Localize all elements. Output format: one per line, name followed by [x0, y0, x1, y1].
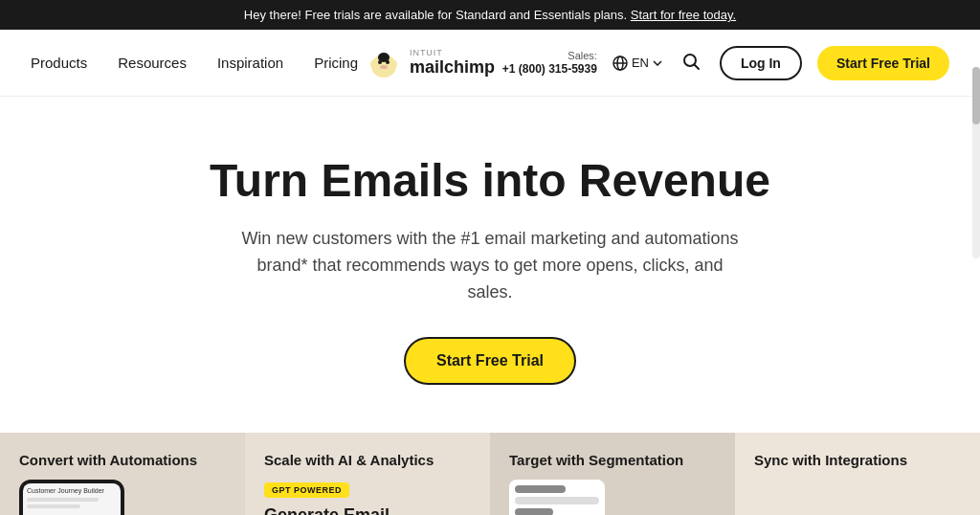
gpt-badge: GPT POWERED [264, 482, 349, 498]
svg-line-13 [694, 65, 699, 70]
start-free-trial-hero-button[interactable]: Start Free Trial [404, 337, 576, 385]
feature-card-integrations-title: Sync with Integrations [754, 452, 961, 468]
seg-row-2 [515, 497, 599, 504]
main-nav: Products Resources Inspiration Pricing I… [0, 30, 980, 97]
logo-area[interactable]: INTUIT mailchimp [366, 45, 495, 81]
language-selector[interactable]: EN [612, 56, 662, 71]
search-icon [681, 52, 701, 71]
phone-screen: Customer Journey Builder [23, 483, 121, 515]
nav-pricing[interactable]: Pricing [314, 55, 358, 71]
seg-row-1 [515, 485, 566, 493]
logo-text: INTUIT mailchimp [410, 49, 495, 78]
feature-cards-row: Convert with Automations Customer Journe… [0, 433, 980, 515]
sales-phone: +1 (800) 315-5939 [502, 62, 597, 78]
seg-row-3 [515, 508, 553, 515]
phone-screen-label: Customer Journey Builder [27, 487, 104, 494]
nav-inspiration[interactable]: Inspiration [217, 55, 283, 71]
chimp-icon [366, 45, 402, 81]
feature-card-ai-title: Scale with AI & Analytics [264, 452, 471, 468]
nav-right: Sales: +1 (800) 315-5939 EN Log In Start… [502, 46, 949, 80]
hero-section: Turn Emails into Revenue Win new custome… [0, 97, 980, 433]
sales-label: Sales: [502, 49, 597, 62]
svg-rect-8 [381, 55, 387, 60]
nav-links: Products Resources Inspiration Pricing [31, 55, 358, 71]
globe-icon [612, 56, 628, 71]
feature-card-automations-title: Convert with Automations [19, 452, 226, 468]
hero-headline: Turn Emails into Revenue [31, 154, 949, 207]
feature-card-integrations[interactable]: Sync with Integrations Chat with us [735, 433, 980, 515]
announcement-text: Hey there! Free trials are available for… [244, 8, 627, 22]
search-button[interactable] [678, 48, 704, 78]
scrollbar-thumb[interactable] [972, 67, 980, 124]
lang-label: EN [632, 56, 649, 70]
announcement-bar: Hey there! Free trials are available for… [0, 0, 980, 30]
ai-card-content: GPT POWERED Generate Email [264, 480, 471, 515]
feature-card-segmentation-title: Target with Segmentation [509, 452, 716, 468]
feature-card-ai[interactable]: Scale with AI & Analytics GPT POWERED Ge… [245, 433, 490, 515]
chevron-down-icon [653, 60, 662, 66]
svg-point-4 [380, 65, 388, 69]
page-scrollbar[interactable] [972, 67, 980, 258]
start-free-trial-nav-button[interactable]: Start Free Trial [817, 46, 949, 80]
svg-point-6 [391, 60, 397, 68]
hero-subheadline: Win new customers with the #1 email mark… [241, 226, 739, 306]
feature-card-automations[interactable]: Convert with Automations Customer Journe… [0, 433, 245, 515]
logo-brand: mailchimp [410, 58, 495, 78]
segmentation-mockup [509, 480, 605, 515]
nav-products[interactable]: Products [31, 55, 87, 71]
login-button[interactable]: Log In [720, 46, 802, 80]
nav-resources[interactable]: Resources [118, 55, 187, 71]
announcement-link[interactable]: Start for free today. [631, 8, 736, 22]
phone-mockup: Customer Journey Builder [19, 480, 124, 515]
ai-card-subtitle: Generate Email [264, 505, 471, 515]
svg-point-5 [370, 60, 376, 68]
sales-info: Sales: +1 (800) 315-5939 [502, 49, 597, 78]
feature-card-segmentation[interactable]: Target with Segmentation [490, 433, 735, 515]
